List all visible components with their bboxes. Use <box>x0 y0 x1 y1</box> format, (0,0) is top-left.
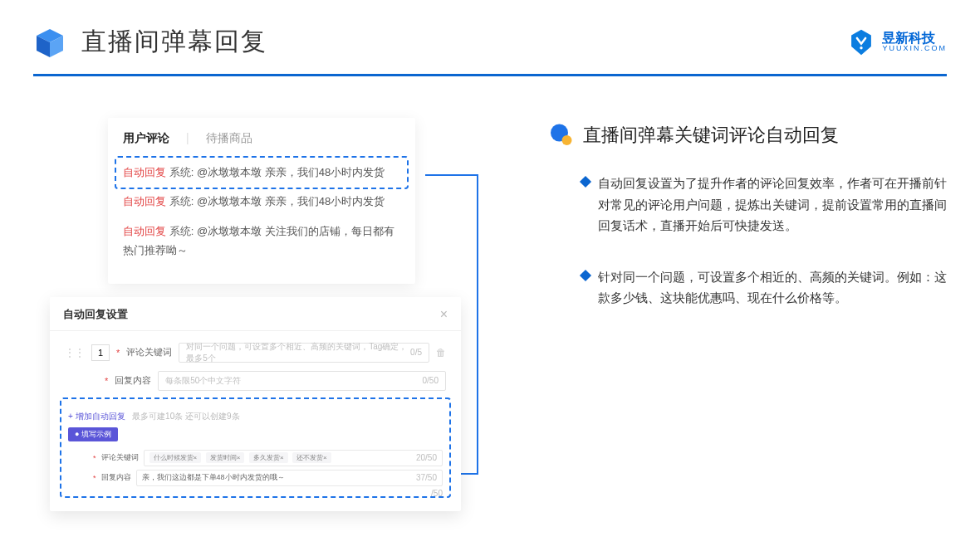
cube-icon <box>33 26 66 59</box>
required-mark: * <box>93 474 96 482</box>
keyword-placeholder: 对同一个问题，可设置多个相近、高频的关键词，Tag确定，最多5个 <box>186 341 410 364</box>
page-title: 直播间弹幕回复 <box>81 25 267 59</box>
required-mark: * <box>93 454 96 462</box>
tab-separator: | <box>186 131 189 146</box>
chat-bubble-icon <box>548 123 573 148</box>
drag-handle-icon[interactable]: ⋮⋮ <box>65 347 85 358</box>
comment-row: 自动回复 系统: @冰墩墩本墩 亲亲，我们48小时内发货 <box>123 187 400 216</box>
tab-user-comments[interactable]: 用户评论 <box>123 131 169 146</box>
reply-input[interactable]: 每条限50个中文字符 0/50 <box>158 371 446 391</box>
settings-title: 自动回复设置 <box>63 307 128 322</box>
example-keyword-row: * 评论关键词 什么时候发货× 发货时间× 多久发货× 还不发货× 20/50 <box>68 450 443 466</box>
bullet-item: 针对同一个问题，可设置多个相近的、高频的关键词。例如：这款多少钱、这块能优惠吗、… <box>548 266 947 309</box>
comment-tabs: 用户评论 | 待播商品 <box>123 131 400 146</box>
ex-keyword-counter: 20/50 <box>416 453 437 462</box>
rule-number: 1 <box>91 344 110 361</box>
ex-reply-label: 回复内容 <box>101 472 131 483</box>
settings-header: 自动回复设置 × <box>50 307 461 331</box>
settings-form: ⋮⋮ 1 * 评论关键词 对同一个问题，可设置多个相近、高频的关键词，Tag确定… <box>50 331 461 391</box>
system-label: 系统: <box>169 195 194 207</box>
ex-keyword-input[interactable]: 什么时候发货× 发货时间× 多久发货× 还不发货× 20/50 <box>144 450 443 466</box>
connector-line <box>425 174 478 176</box>
example-reply-row: * 回复内容 亲，我们这边都是下单48小时内发货的哦～ 37/50 <box>68 470 443 486</box>
keyword-counter: 0/5 <box>410 348 422 357</box>
auto-reply-settings-card: 自动回复设置 × ⋮⋮ 1 * 评论关键词 对同一个问题，可设置多个相近、高频的… <box>50 297 461 511</box>
page-header: 直播间弹幕回复 昱新科技 YUUXIN.COM <box>0 0 980 67</box>
system-label: 系统: <box>169 225 194 237</box>
brand-name: 昱新科技 <box>882 31 947 46</box>
auto-reply-tag: 自动回复 <box>123 225 166 237</box>
system-label: 系统: <box>169 166 194 178</box>
reply-counter: 0/50 <box>423 376 439 385</box>
form-row-reply: * 回复内容 每条限50个中文字符 0/50 <box>65 371 446 391</box>
chip-group: 什么时候发货× 发货时间× 多久发货× 还不发货× <box>149 452 334 463</box>
reply-label: 回复内容 <box>115 374 151 387</box>
header-left: 直播间弹幕回复 <box>33 25 267 59</box>
comment-row: 自动回复 系统: @冰墩墩本墩 关注我们的店铺，每日都有热门推荐呦～ <box>123 217 400 266</box>
bullet-text: 自动回复设置为了提升作者的评论回复效率，作者可在开播前针对常见的评论用户问题，提… <box>598 173 947 236</box>
svg-point-3 <box>860 46 863 49</box>
required-mark: * <box>105 376 108 386</box>
tab-pending-products[interactable]: 待播商品 <box>206 131 252 146</box>
connector-line <box>477 174 478 475</box>
add-hint: 最多可建10条 还可以创建9条 <box>132 412 239 421</box>
keyword-chip[interactable]: 多久发货× <box>249 452 288 463</box>
ex-reply-input[interactable]: 亲，我们这边都是下单48小时内发货的哦～ 37/50 <box>136 470 443 486</box>
form-row-keyword: ⋮⋮ 1 * 评论关键词 对同一个问题，可设置多个相近、高频的关键词，Tag确定… <box>65 343 446 363</box>
comment-text: @冰墩墩本墩 亲亲，我们48小时内发货 <box>197 195 385 207</box>
example-section: + 增加自动回复 最多可建10条 还可以创建9条 ● 填写示例 * 评论关键词 … <box>61 399 449 496</box>
reply-placeholder: 每条限50个中文字符 <box>165 375 241 387</box>
required-mark: * <box>116 348 120 358</box>
brand-logo: 昱新科技 YUUXIN.COM <box>847 28 947 56</box>
keyword-chip[interactable]: 还不发货× <box>292 452 331 463</box>
diamond-icon <box>580 269 591 280</box>
close-icon[interactable]: × <box>440 307 448 322</box>
user-comments-card: 用户评论 | 待播商品 自动回复 系统: @冰墩墩本墩 亲亲，我们48小时内发货… <box>108 118 415 284</box>
keyword-label: 评论关键词 <box>126 346 172 358</box>
main-content: 用户评论 | 待播商品 自动回复 系统: @冰墩墩本墩 亲亲，我们48小时内发货… <box>0 76 980 511</box>
delete-icon[interactable]: 🗑 <box>436 347 446 358</box>
brand-url: YUUXIN.COM <box>882 45 947 53</box>
comment-row: 自动回复 系统: @冰墩墩本墩 亲亲，我们48小时内发货 <box>123 158 400 187</box>
diamond-icon <box>580 176 591 188</box>
section-heading: 直播间弹幕关键词评论自动回复 <box>548 123 947 148</box>
comment-text: @冰墩墩本墩 亲亲，我们48小时内发货 <box>197 166 385 178</box>
stray-counter: /50 <box>431 489 443 498</box>
add-auto-reply-link[interactable]: + 增加自动回复 <box>68 412 125 421</box>
right-description: 直播间弹幕关键词评论自动回复 自动回复设置为了提升作者的评论回复效率，作者可在开… <box>548 118 947 511</box>
ex-reply-text: 亲，我们这边都是下单48小时内发货的哦～ <box>142 472 285 483</box>
keyword-input[interactable]: 对同一个问题，可设置多个相近、高频的关键词，Tag确定，最多5个 0/5 <box>179 343 429 363</box>
bullet-text: 针对同一个问题，可设置多个相近的、高频的关键词。例如：这款多少钱、这块能优惠吗、… <box>598 266 947 309</box>
bullet-item: 自动回复设置为了提升作者的评论回复效率，作者可在开播前针对常见的评论用户问题，提… <box>548 173 947 236</box>
keyword-chip[interactable]: 发货时间× <box>206 452 245 463</box>
section-title: 直播间弹幕关键词评论自动回复 <box>583 123 839 148</box>
example-badge: ● 填写示例 <box>68 427 118 441</box>
brand-icon <box>847 28 875 56</box>
ex-keyword-label: 评论关键词 <box>101 452 139 463</box>
keyword-chip[interactable]: 什么时候发货× <box>149 452 202 463</box>
left-mockups: 用户评论 | 待播商品 自动回复 系统: @冰墩墩本墩 亲亲，我们48小时内发货… <box>50 118 482 511</box>
auto-reply-tag: 自动回复 <box>123 166 166 178</box>
brand-text: 昱新科技 YUUXIN.COM <box>882 31 947 53</box>
ex-reply-counter: 37/50 <box>416 473 437 482</box>
svg-point-5 <box>562 135 572 145</box>
auto-reply-tag: 自动回复 <box>123 195 166 207</box>
